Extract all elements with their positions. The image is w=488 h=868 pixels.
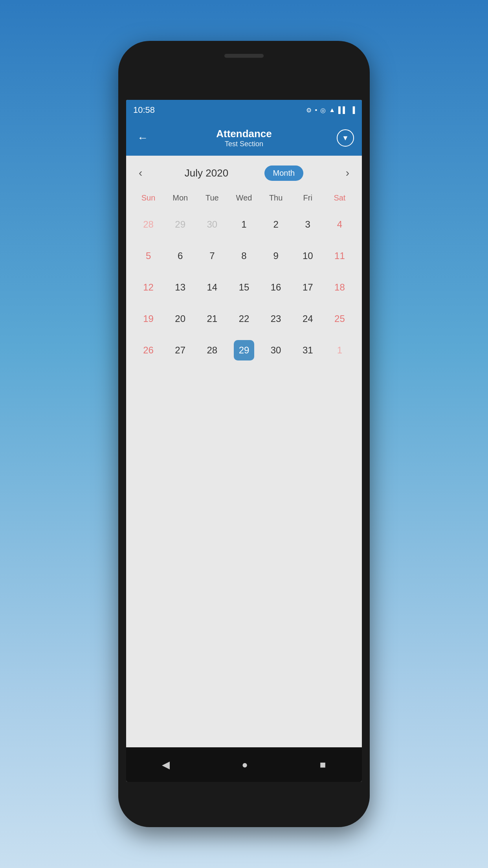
app-bar-title: Attendance Test Section (151, 128, 337, 148)
calendar-day[interactable]: 28 (196, 335, 228, 366)
status-time: 10:58 (133, 105, 155, 115)
bottom-nav: ◀ ● ■ (126, 747, 362, 782)
back-button[interactable]: ← (134, 129, 151, 147)
calendar-day[interactable]: 17 (292, 272, 324, 303)
calendar-day[interactable]: 15 (228, 272, 260, 303)
day-headers: Sun Mon Tue Wed Thu Fri Sat (132, 190, 356, 206)
battery-icon: ▐ (350, 107, 355, 114)
calendar-day[interactable]: 21 (196, 303, 228, 335)
calendar-day[interactable]: 14 (196, 272, 228, 303)
calendar-day[interactable]: 22 (228, 303, 260, 335)
calendar-day[interactable]: 1 (324, 335, 356, 366)
back-nav-button[interactable]: ◀ (150, 754, 182, 776)
phone-top (126, 41, 362, 70)
phone-speaker (224, 54, 264, 58)
calendar-day[interactable]: 28 (132, 209, 164, 240)
calendar-day[interactable]: 5 (132, 240, 164, 272)
calendar-day[interactable]: 6 (164, 240, 196, 272)
day-header-sun: Sun (132, 190, 164, 206)
calendar-day[interactable]: 26 (132, 335, 164, 366)
phone-bottom (126, 782, 362, 827)
calendar-day[interactable]: 27 (164, 335, 196, 366)
status-bar: 10:58 ⚙ ▪ ◎ ▲ ▌▌ ▐ (126, 100, 362, 120)
day-header-thu: Thu (260, 190, 292, 206)
calendar-day[interactable]: 18 (324, 272, 356, 303)
calendar-day[interactable]: 2 (260, 209, 292, 240)
calendar-day[interactable]: 9 (260, 240, 292, 272)
status-icons: ⚙ ▪ ◎ ▲ ▌▌ ▐ (306, 107, 355, 114)
calendar-grid: 2829301234567891011121314151617181920212… (132, 209, 356, 366)
calendar-header: ‹ July 2020 Month › (132, 164, 356, 182)
month-view-button[interactable]: Month (264, 166, 304, 181)
phone-screen: 10:58 ⚙ ▪ ◎ ▲ ▌▌ ▐ ← Attendance Test Sec… (126, 100, 362, 782)
calendar-day[interactable]: 7 (196, 240, 228, 272)
calendar-day[interactable]: 13 (164, 272, 196, 303)
sim-icon: ▪ (315, 107, 317, 114)
recent-nav-button[interactable]: ■ (308, 754, 338, 776)
calendar-day[interactable]: 19 (132, 303, 164, 335)
calendar-day[interactable]: 8 (228, 240, 260, 272)
day-header-wed: Wed (228, 190, 260, 206)
day-header-sat: Sat (324, 190, 356, 206)
calendar-day[interactable]: 31 (292, 335, 324, 366)
day-header-tue: Tue (196, 190, 228, 206)
app-title: Attendance (151, 128, 337, 140)
calendar-day[interactable]: 30 (260, 335, 292, 366)
app-subtitle: Test Section (151, 140, 337, 148)
calendar-day[interactable]: 20 (164, 303, 196, 335)
chevron-down-icon: ▼ (342, 134, 349, 142)
day-header-fri: Fri (292, 190, 324, 206)
calendar-day[interactable]: 11 (324, 240, 356, 272)
wifi-icon: ▲ (329, 107, 335, 114)
gear-icon: ⚙ (306, 107, 312, 114)
calendar-day[interactable]: 3 (292, 209, 324, 240)
calendar-day[interactable]: 4 (324, 209, 356, 240)
at-icon: ◎ (320, 107, 326, 114)
next-month-button[interactable]: › (339, 164, 356, 182)
calendar-container: ‹ July 2020 Month › Sun Mon Tue Wed Thu … (126, 156, 362, 747)
calendar-day[interactable]: 12 (132, 272, 164, 303)
prev-month-button[interactable]: ‹ (132, 164, 149, 182)
calendar-day[interactable]: 24 (292, 303, 324, 335)
calendar-day[interactable]: 23 (260, 303, 292, 335)
signal-icon: ▌▌ (338, 107, 347, 114)
calendar-day[interactable]: 30 (196, 209, 228, 240)
calendar-day[interactable]: 29 (164, 209, 196, 240)
calendar-day[interactable]: 25 (324, 303, 356, 335)
day-header-mon: Mon (164, 190, 196, 206)
dropdown-button[interactable]: ▼ (337, 129, 354, 147)
home-nav-button[interactable]: ● (230, 754, 260, 776)
app-bar: ← Attendance Test Section ▼ (126, 120, 362, 156)
month-year-label: July 2020 (185, 167, 228, 179)
calendar-day[interactable]: 1 (228, 209, 260, 240)
calendar-day[interactable]: 16 (260, 272, 292, 303)
phone-device: 10:58 ⚙ ▪ ◎ ▲ ▌▌ ▐ ← Attendance Test Sec… (118, 41, 370, 827)
calendar-day[interactable]: 10 (292, 240, 324, 272)
calendar-day[interactable]: 29 (228, 335, 260, 366)
